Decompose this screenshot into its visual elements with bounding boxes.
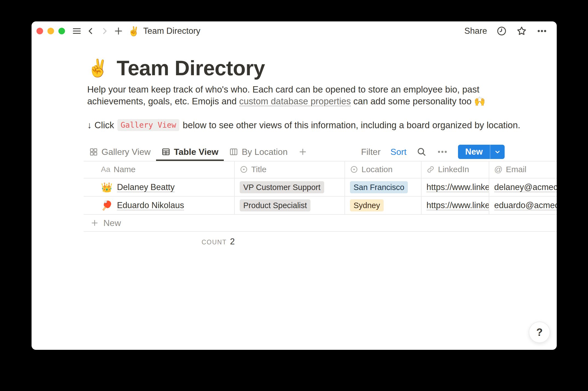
column-header-name[interactable]: Aa Name	[84, 161, 235, 178]
count-value: 2	[230, 237, 235, 247]
table-view-icon	[162, 147, 170, 156]
location-cell[interactable]: Sydney	[345, 197, 422, 214]
column-label: LinkedIn	[438, 165, 469, 174]
page-emoji[interactable]: ✌️	[87, 58, 108, 78]
description-text-2: can add some personality too 🙌	[351, 96, 485, 106]
person-name-link[interactable]: Eduardo Nikolaus	[117, 200, 184, 210]
down-arrow-glyph: ↓	[87, 120, 92, 130]
help-button[interactable]: ?	[529, 322, 550, 343]
email-cell[interactable]: eduardo@acmeco	[489, 197, 557, 214]
name-cell[interactable]: 🏓 Eduardo Nikolaus	[84, 197, 235, 214]
tab-table-view[interactable]: Table View	[156, 143, 224, 161]
title-tag: Product Specialist	[240, 199, 310, 211]
more-options-icon[interactable]	[536, 26, 547, 37]
new-record-label[interactable]: New	[458, 145, 490, 159]
database-toolbar: Filter Sort New	[361, 143, 505, 161]
tab-label: Table View	[174, 147, 218, 157]
callout-line: ↓ Click Gallery View below to see other …	[87, 119, 520, 131]
callout-suffix: below to see other views of this informa…	[183, 120, 520, 130]
add-view-button[interactable]	[293, 143, 312, 161]
back-icon[interactable]	[86, 27, 95, 35]
callout-prefix: Click	[95, 120, 114, 130]
custom-database-properties-link[interactable]: custom database properties	[239, 96, 351, 106]
location-tag: San Francisco	[350, 181, 408, 193]
column-header-title[interactable]: Title	[235, 161, 345, 178]
new-record-button[interactable]: New	[458, 145, 505, 159]
new-record-dropdown[interactable]	[490, 145, 505, 159]
email-link[interactable]: delaney@acmecor	[494, 182, 557, 192]
tab-gallery-view[interactable]: Gallery View	[84, 143, 156, 161]
linkedin-link[interactable]: https://www.linked	[426, 182, 489, 192]
new-page-icon[interactable]	[114, 26, 123, 36]
tab-by-location[interactable]: By Location	[224, 143, 293, 161]
select-type-icon	[240, 165, 248, 174]
page-description: Help your team keep track of who's who. …	[87, 83, 496, 107]
location-cell[interactable]: San Francisco	[345, 178, 422, 196]
title-cell[interactable]: Product Specialist	[235, 197, 345, 214]
minimize-window-button[interactable]	[47, 28, 54, 34]
url-type-icon	[426, 165, 435, 174]
linkedin-link[interactable]: https://www.linked	[426, 200, 489, 210]
count-label[interactable]: COUNT	[202, 239, 227, 246]
row-emoji: 👑	[101, 182, 112, 193]
table-view: Aa Name Title Location LinkedIn	[84, 161, 557, 232]
close-window-button[interactable]	[36, 28, 43, 34]
zoom-window-button[interactable]	[58, 28, 65, 34]
column-header-email[interactable]: @ Email	[489, 161, 557, 178]
sidebar-menu-icon[interactable]	[72, 26, 81, 36]
linkedin-cell[interactable]: https://www.linked	[422, 197, 489, 214]
search-icon[interactable]	[416, 147, 427, 157]
breadcrumb[interactable]: ✌️ Team Directory	[128, 26, 200, 37]
plus-icon	[90, 219, 99, 227]
titlebar-right: Share	[464, 21, 547, 41]
page-title: ✌️ Team Directory	[87, 56, 265, 80]
tab-label: By Location	[242, 147, 287, 157]
email-type-icon: @	[494, 165, 502, 174]
count-row: COUNT 2	[84, 237, 235, 247]
table-row: 👑 Delaney Beatty VP Customer Support San…	[84, 178, 557, 197]
name-cell[interactable]: 👑 Delaney Beatty	[84, 178, 235, 196]
doc-title: Team Directory	[143, 26, 200, 36]
board-view-icon	[229, 147, 238, 156]
desktop: { "titlebar": { "doc_emoji": "✌️", "doc_…	[0, 0, 588, 391]
help-label: ?	[536, 326, 542, 338]
email-link[interactable]: eduardo@acmeco	[494, 200, 557, 210]
linkedin-cell[interactable]: https://www.linked	[422, 178, 489, 196]
doc-emoji: ✌️	[128, 26, 139, 37]
column-label: Name	[114, 165, 135, 174]
column-header-location[interactable]: Location	[345, 161, 422, 178]
notion-window: ✌️ Team Directory Share ✌️ Team Director…	[32, 21, 557, 350]
text-type-icon: Aa	[101, 165, 110, 174]
new-row-label: New	[103, 218, 121, 228]
select-type-icon	[350, 165, 358, 174]
table-header-row: Aa Name Title Location LinkedIn	[84, 161, 557, 178]
person-name-link[interactable]: Delaney Beatty	[117, 182, 174, 192]
filter-button[interactable]: Filter	[361, 147, 380, 157]
page-title-text: Team Directory	[117, 56, 265, 80]
column-label: Title	[251, 165, 267, 174]
chevron-down-icon	[493, 148, 502, 156]
title-cell[interactable]: VP Customer Support	[235, 178, 345, 196]
location-tag: Sydney	[350, 199, 384, 211]
column-label: Location	[361, 165, 392, 174]
gallery-view-code-chip: Gallery View	[117, 119, 179, 131]
sort-button[interactable]: Sort	[391, 147, 407, 157]
gallery-view-icon	[89, 147, 98, 156]
row-emoji: 🏓	[101, 200, 112, 211]
email-cell[interactable]: delaney@acmecor	[489, 178, 557, 196]
forward-icon[interactable]	[100, 27, 109, 35]
favorite-star-icon[interactable]	[516, 26, 527, 37]
column-label: Email	[506, 165, 526, 174]
titlebar-left: ✌️ Team Directory	[36, 21, 200, 41]
share-button[interactable]: Share	[464, 26, 487, 36]
tab-label: Gallery View	[101, 147, 151, 157]
table-row: 🏓 Eduardo Nikolaus Product Specialist Sy…	[84, 197, 557, 215]
column-header-linkedin[interactable]: LinkedIn	[422, 161, 489, 178]
updates-clock-icon[interactable]	[496, 26, 507, 36]
titlebar: ✌️ Team Directory Share	[32, 21, 557, 41]
title-tag: VP Customer Support	[240, 181, 324, 193]
add-view-icon	[298, 147, 307, 157]
view-options-icon[interactable]	[437, 146, 448, 158]
new-row-button[interactable]: New	[84, 215, 557, 232]
